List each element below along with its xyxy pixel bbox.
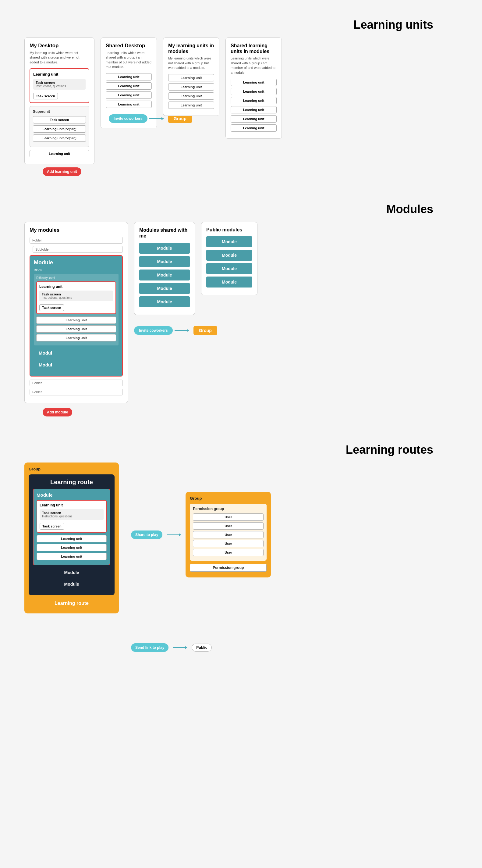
user-btn-1[interactable]: User [193, 514, 263, 521]
lr-lu1[interactable]: Learning unit [37, 535, 107, 542]
add-lu-button[interactable]: Add learning unit [43, 167, 82, 176]
shared-module-5[interactable]: Module [139, 296, 190, 307]
send-link-row: Send link to play Public [131, 643, 271, 652]
shared-desktop-card: Shared Desktop Learning units which were… [101, 37, 157, 128]
shared-lu-modules-lu6[interactable]: Learning unit [231, 124, 277, 132]
my-lu-modules-card: My learning units in modules My learning… [163, 37, 219, 116]
lr-right-group-card: Group Permission group User User User Us… [186, 492, 271, 578]
my-lu-modules-lu4[interactable]: Learning unit [168, 101, 214, 109]
modules-columns: My modules Folder Subfolder Module Block… [24, 222, 458, 403]
public-module-2[interactable]: Module [206, 250, 252, 261]
shared-module-4[interactable]: Module [139, 283, 190, 294]
modules-invite-group-row: Invite coworkers Group [134, 326, 257, 335]
lr-bottom-title: Learning route [29, 597, 115, 609]
lr-right-group-label: Group [190, 496, 266, 501]
perm-group-title-1: Permission group [193, 507, 263, 511]
lu-main-box: Learning unit Task screen Instructions, … [30, 68, 89, 103]
invite-coworkers-btn-lu[interactable]: Invite coworkers [109, 114, 148, 123]
module-task-screen-btn[interactable]: Task screen [39, 304, 64, 311]
lr-lu-title: Learning unit [40, 503, 104, 507]
module-teal-title: Module [34, 259, 119, 266]
difficulty-label: Difficulty level [36, 276, 116, 280]
modules-group-badge: Group [193, 326, 217, 335]
shared-lu-modules-lu2[interactable]: Learning unit [231, 88, 277, 95]
share-to-play-btn[interactable]: Share to play [131, 530, 162, 539]
user-btn-4[interactable]: User [193, 540, 263, 547]
perm-group-btn-2[interactable]: Permission group [190, 564, 266, 572]
public-module-1[interactable]: Module [206, 236, 252, 247]
learning-units-section: Learning units My Desktop My learning un… [6, 6, 476, 184]
superunit-box: Superunit Task screen Learning unit (hel… [30, 106, 89, 147]
task-screen-btn[interactable]: Task screen [33, 93, 58, 99]
shared-lu-modules-lu1[interactable]: Learning unit [231, 79, 277, 86]
difficulty-box: Difficulty level Learning unit Task scre… [34, 274, 119, 345]
lr-lu2[interactable]: Learning unit [37, 544, 107, 551]
superunit-lu-helping-2[interactable]: Learning unit (helping) [33, 134, 86, 142]
subfolder-label: Subfolder [33, 246, 123, 253]
share-to-play-row: Share to play Group Permission group Use… [131, 492, 271, 578]
shared-desktop-lu1[interactable]: Learning unit [106, 73, 152, 81]
module-lu2[interactable]: Learning unit [36, 325, 116, 333]
lr-module-teal: Module Learning unit Task screen Instruc… [33, 489, 110, 565]
shared-desktop-title: Shared Desktop [106, 43, 152, 49]
modules-arrow-connector [174, 329, 189, 332]
user-btn-3[interactable]: User [193, 531, 263, 538]
lr-module2-btn[interactable]: Module [33, 579, 110, 589]
task-screen-block: Task screen Instructions, questions [33, 79, 86, 90]
shared-lu-modules-lu3[interactable]: Learning unit [231, 97, 277, 104]
module-lu1[interactable]: Learning unit [36, 316, 116, 324]
shared-lu-modules-lu5[interactable]: Learning unit [231, 115, 277, 123]
my-lu-modules-lu3[interactable]: Learning unit [168, 92, 214, 100]
perm-group-box-1: Permission group User User User User Use… [190, 504, 266, 561]
public-module-4[interactable]: Module [206, 277, 252, 287]
lu-box-title: Learning unit [33, 72, 86, 76]
module-lu3[interactable]: Learning unit [36, 334, 116, 341]
lr-columns: Group Learning route Module Learning uni… [24, 463, 458, 655]
shared-module-3[interactable]: Module [139, 270, 190, 280]
folder-label-3: Folder [30, 389, 123, 396]
public-modules-card: Public modules Module Module Module Modu… [201, 222, 257, 295]
send-link-btn[interactable]: Send link to play [131, 643, 168, 652]
share-arrow-connector [167, 533, 181, 536]
superunit-task-screen-btn[interactable]: Task screen [33, 116, 86, 123]
module-task-screen-label: Task screen [42, 292, 61, 296]
public-modules-title: Public modules [206, 227, 252, 232]
lr-left-group-card: Group Learning route Module Learning uni… [24, 463, 119, 613]
shared-desktop-desc: Learning units which were shared with a … [106, 51, 152, 69]
my-lu-modules-lu1[interactable]: Learning unit [168, 74, 214, 82]
send-link-arrow [173, 646, 187, 649]
lu-invite-group-row: Invite coworkers Group [109, 114, 152, 123]
lr-left-group-label: Group [29, 467, 115, 471]
lr-lu3[interactable]: Learning unit [37, 553, 107, 560]
modules-title: Modules [24, 203, 458, 216]
invite-coworkers-btn-modules[interactable]: Invite coworkers [134, 326, 173, 335]
user-btn-5[interactable]: User [193, 549, 263, 556]
add-module-button[interactable]: Add module [43, 408, 72, 416]
public-module-3[interactable]: Module [206, 263, 252, 274]
my-desktop-lu-plain[interactable]: Learning unit [30, 150, 89, 157]
modules-shared-title: Modules shared with me [139, 227, 190, 239]
shared-lu-modules-lu4[interactable]: Learning unit [231, 106, 277, 114]
lr-module1-btn[interactable]: Module [33, 568, 110, 578]
shared-desktop-lu3[interactable]: Learning unit [106, 91, 152, 99]
modul-btn-2[interactable]: Modul [34, 360, 119, 370]
modules-shared-card: Modules shared with me Module Module Mod… [134, 222, 195, 315]
superunit-lu-helping-1[interactable]: Learning unit (helping) [33, 125, 86, 133]
user-btn-2[interactable]: User [193, 522, 263, 530]
shared-desktop-lu2[interactable]: Learning unit [106, 82, 152, 90]
lr-dark-box: Learning route Module Learning unit Task… [29, 474, 115, 595]
my-lu-modules-desc: My learning units which were not shared … [168, 56, 214, 70]
shared-lu-modules-title: Shared learning units in modules [231, 43, 277, 54]
lu-inner-box-modules: Learning unit Task screen Instructions, … [36, 281, 116, 314]
learning-routes-title: Learning routes [24, 443, 458, 457]
lr-task-screen-btn[interactable]: Task screen [40, 523, 64, 530]
shared-module-2[interactable]: Module [139, 256, 190, 267]
shared-lu-modules-card: Shared learning units in modules Learnin… [225, 37, 282, 139]
folder-label-1: Folder [30, 237, 123, 244]
shared-desktop-lu4[interactable]: Learning unit [106, 101, 152, 108]
folder-label-2: Folder [30, 379, 123, 386]
modul-btn-1[interactable]: Modul [34, 348, 119, 358]
my-lu-modules-lu2[interactable]: Learning unit [168, 83, 214, 91]
lr-task-screen-label: Task screen [42, 511, 61, 515]
shared-module-1[interactable]: Module [139, 243, 190, 254]
